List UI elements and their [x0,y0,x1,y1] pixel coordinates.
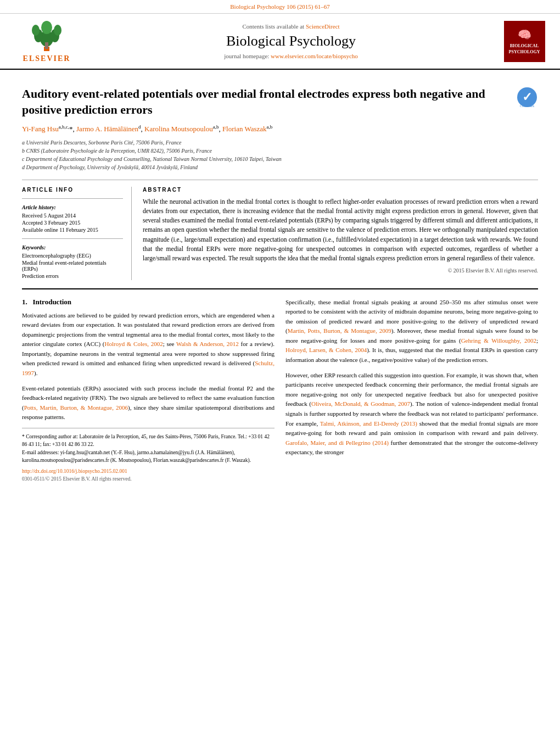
affil-d: d Department of Psychology, University o… [22,163,538,171]
article-info-abstract-section: ARTICLE INFO Article history: Received 5… [22,180,538,280]
intro-para-1: Motivated actions are believed to be gui… [22,311,275,378]
journal-reference-bar: Biological Psychology 106 (2015) 61–67 [0,0,560,14]
svg-text:✓: ✓ [522,90,532,104]
journal-header-center: Contents lists available at ScienceDirec… [82,19,500,63]
abstract-column: ABSTRACT While the neuronal activation i… [143,187,538,280]
abstract-text: While the neuronal activation in the med… [143,197,538,264]
keyword-2: Medial frontal event-related potentials … [22,260,123,272]
journal-badge: 🧠 BIOLOGICAL PSYCHOLOGY [504,21,545,62]
ref-walsh-2012[interactable]: Walsh & Anderson, 2012 [176,341,239,347]
ref-garofalo-2014[interactable]: Garofalo, Maier, and di Pellegrino (2014… [285,439,389,446]
section-number: 1. [22,298,27,306]
doi-link[interactable]: http://dx.doi.org/10.1016/j.biopsycho.20… [22,468,127,474]
divider-1 [22,198,123,199]
elsevier-branding: ELSEVIER [11,19,82,63]
contents-line: Contents lists available at ScienceDirec… [242,23,339,30]
body-content: 1. Introduction Motivated actions are be… [22,288,538,483]
ref-schultz-1997[interactable]: Schultz, 1997 [22,360,275,376]
body-right-column: Specifically, these medial frontal signa… [285,298,538,483]
keyword-3: Prediction errors [22,273,123,279]
journal-ref-text: Biological Psychology 106 (2015) 61–67 [230,3,330,10]
intro-heading-text: Introduction [33,298,72,306]
ref-martin-2009[interactable]: Martin, Potts, Burton, & Montague, 2009 [288,327,391,334]
svg-text:CrossMark: CrossMark [520,104,535,108]
article-info-label: ARTICLE INFO [22,187,123,193]
author-jarmo[interactable]: Jarmo A. Hämäläinen [76,125,138,133]
affil-c: c Department of Educational Psychology a… [22,155,538,163]
email-note: E-mail addresses: yi-fang.hsu@cantab.net… [22,449,275,465]
ref-oliveira-2007[interactable]: Oliveira, McDonald, & Goodman, 2007 [311,400,410,407]
svg-point-6 [41,21,52,34]
sciencedirect-link[interactable]: ScienceDirect [306,23,340,30]
badge-icon: 🧠 [518,27,531,42]
intro-heading: 1. Introduction [22,298,275,306]
affil-b: b CNRS (Laboratoire Psychologie de la Pe… [22,147,538,155]
copyright-line: © 2015 Elsevier B.V. All rights reserved… [143,267,538,274]
elsevier-wordmark: ELSEVIER [23,54,71,63]
elsevier-tree-icon [27,19,66,52]
ref-holroyd-2002[interactable]: Holroyd & Coles, 2002 [104,341,163,347]
divider-2 [22,238,123,239]
author-karolina[interactable]: Karolina Moutsopoulou [144,125,213,133]
article-content: Auditory event-related potentials over m… [0,70,560,494]
ref-talmi-2013[interactable]: Talmi, Atkinson, and El-Deredy (2013) [320,420,417,427]
journal-badge-container: 🧠 BIOLOGICAL PSYCHOLOGY [500,19,549,63]
badge-line1: BIOLOGICAL [510,43,539,49]
article-title: Auditory event-related potentials over m… [22,86,508,118]
issn-line: 0301-0511/© 2015 Elsevier B.V. All right… [22,475,275,483]
ref-potts-2006[interactable]: Potts, Martin, Burton, & Montague, 2006 [24,404,128,411]
doi-line[interactable]: http://dx.doi.org/10.1016/j.biopsycho.20… [22,467,275,475]
accepted-date: Accepted 3 February 2015 [22,220,123,226]
author-yi-fang[interactable]: Yi-Fang Hsu [22,125,59,133]
contents-label: Contents lists available at [242,23,304,30]
received-date: Received 5 August 2014 [22,213,123,219]
ref-gehring-2002[interactable]: Gehring & Willoughby, 2002 [461,337,536,344]
homepage-label: journal homepage: [224,53,269,59]
right-para-2: However, other ERP research called this … [285,371,538,458]
svg-point-4 [32,25,40,36]
title-section: Auditory event-related potentials over m… [22,86,538,118]
corresponding-note: * Corresponding author at: Laboratoire d… [22,433,275,449]
right-para-1: Specifically, these medial frontal signa… [285,298,538,365]
affil-a: a Université Paris Descartes, Sorbonne P… [22,138,538,147]
intro-para-2: Event-related potentials (ERPs) associat… [22,384,275,422]
footnotes-section: * Corresponding author at: Laboratoire d… [22,428,275,483]
body-left-column: 1. Introduction Motivated actions are be… [22,298,275,483]
svg-point-5 [54,25,61,36]
keyword-1: Electroencephalography (EEG) [22,253,123,259]
author-florian[interactable]: Florian Waszak [222,125,267,133]
keywords-label: Keywords: [22,244,123,250]
abstract-label: ABSTRACT [143,187,538,193]
journal-header: ELSEVIER Contents lists available at Sci… [0,14,560,70]
elsevier-logo: ELSEVIER [23,19,71,63]
available-date: Available online 11 February 2015 [22,227,123,233]
article-info-column: ARTICLE INFO Article history: Received 5… [22,187,132,280]
ref-holroyd-2004[interactable]: Holroyd, Larsen, & Cohen, 2004 [285,347,367,353]
homepage-url[interactable]: www.elsevier.com/locate/biopsycho [271,53,358,59]
journal-title: Biological Psychology [226,33,356,49]
journal-homepage: journal homepage: www.elsevier.com/locat… [224,53,358,59]
affiliations: a Université Paris Descartes, Sorbonne P… [22,138,538,171]
badge-line2: PSYCHOLOGY [509,49,540,55]
crossmark-icon[interactable]: ✓ CrossMark [516,86,538,108]
history-label: Article history: [22,204,123,210]
svg-rect-7 [45,42,48,49]
authors-line: Yi-Fang Hsua,b,c,*, Jarmo A. Hämäläinend… [22,124,538,133]
